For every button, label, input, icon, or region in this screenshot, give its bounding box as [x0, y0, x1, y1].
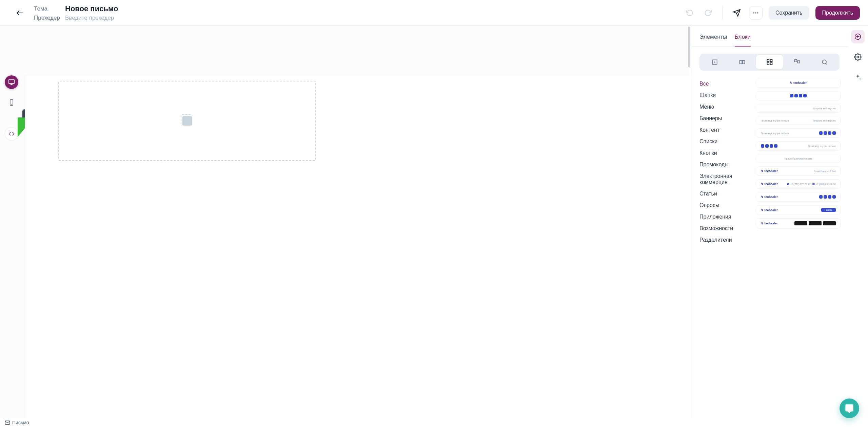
svg-rect-22: [797, 61, 800, 63]
category-item[interactable]: Все: [699, 78, 750, 90]
layout-grid-icon: [766, 59, 773, 66]
thumb-store-badges: [794, 221, 836, 225]
canvas-stage[interactable]: [25, 75, 691, 418]
category-item[interactable]: Баннеры: [699, 113, 750, 124]
canvas-scrollbar[interactable]: [688, 26, 690, 67]
thumb-text: Промокод внутри письма: [808, 145, 836, 147]
send-button[interactable]: [731, 7, 743, 19]
block-thumb[interactable]: ↯ techsaler: [756, 192, 841, 202]
more-button[interactable]: [749, 6, 763, 20]
block-thumb[interactable]: Открыть веб-версию: [756, 104, 841, 113]
code-view-button[interactable]: [5, 127, 18, 141]
category-list: Все Шапки Меню Баннеры Контент Списки Кн…: [699, 78, 750, 418]
header: Тема Новое письмо Прехедер Введите прехе…: [0, 0, 868, 26]
undo-button[interactable]: [684, 7, 696, 19]
dropzone[interactable]: [58, 81, 316, 161]
block-thumb[interactable]: ↯ techsaler Начать: [756, 205, 841, 215]
block-thumb[interactable]: Промокод внутри письма: [756, 141, 841, 151]
layout-2-icon: [739, 59, 746, 66]
category-item[interactable]: Приложения: [699, 211, 750, 223]
block-thumb[interactable]: ↯ techsaler: [756, 218, 841, 228]
svg-point-28: [857, 56, 859, 58]
category-item[interactable]: Контент: [699, 124, 750, 136]
arrow-left-icon: [16, 9, 24, 17]
device-toolbar: [5, 75, 18, 141]
block-thumb[interactable]: Промокод внутри письма Открыть веб-верси…: [756, 116, 841, 125]
filter-2-col[interactable]: [728, 55, 756, 69]
preheader-label: Прехедер: [34, 15, 60, 21]
svg-rect-6: [9, 80, 15, 84]
thumb-logo: ↯ techsaler: [761, 169, 778, 173]
block-thumb[interactable]: ↯ techsaler Ваши бонусы: 2 344: [756, 166, 841, 176]
subject-row[interactable]: Тема Новое письмо: [34, 4, 684, 13]
continue-button[interactable]: Продолжить: [815, 6, 860, 20]
thumb-cta: Начать: [821, 208, 836, 212]
svg-point-5: [757, 12, 758, 13]
thumb-social-icons: [790, 94, 807, 97]
tab-elements[interactable]: Элементы: [699, 34, 727, 47]
monitor-icon: [8, 79, 15, 86]
filter-search[interactable]: [811, 55, 838, 69]
svg-rect-15: [739, 60, 742, 64]
dropzone-placeholder-icon: [182, 116, 192, 126]
thumb-social-icons: [819, 131, 836, 135]
add-block-button[interactable]: [851, 30, 865, 43]
thumb-logo: ↯ techsaler: [761, 182, 778, 186]
block-thumb[interactable]: ↯ techsaler: [756, 78, 841, 88]
block-thumb[interactable]: Промокод внутри письма: [756, 128, 841, 138]
save-button[interactable]: Сохранить: [769, 6, 809, 20]
preheader-placeholder: Введите прехедер: [65, 15, 114, 21]
panel-body: Все Шапки Меню Баннеры Контент Списки Кн…: [691, 78, 848, 418]
thumb-text: Промокод внутри письма: [761, 119, 789, 122]
thumb-text: Промокод внутри письма: [761, 132, 789, 134]
filter-1-col[interactable]: [701, 55, 728, 69]
thumb-logo: ↯ techsaler: [761, 208, 778, 212]
svg-rect-16: [742, 60, 745, 64]
svg-point-14: [714, 62, 715, 62]
category-item[interactable]: Статьи: [699, 188, 750, 200]
thumb-social-icons: [819, 195, 836, 199]
svg-rect-18: [770, 60, 772, 62]
category-item[interactable]: Разделители: [699, 234, 750, 246]
block-thumb[interactable]: Промокод внутри письма: [756, 154, 841, 163]
thumb-logo: ↯ techsaler: [761, 195, 778, 199]
ai-button[interactable]: [851, 71, 865, 84]
redo-button[interactable]: [702, 7, 714, 19]
category-item[interactable]: Меню: [699, 101, 750, 113]
thumb-text: Ваши бонусы: 2 344: [814, 170, 836, 172]
filter-asym[interactable]: [783, 55, 811, 69]
block-thumbnails[interactable]: ↯ techsaler Открыть веб-версию Промокод …: [756, 78, 843, 418]
chat-button[interactable]: [840, 398, 859, 418]
block-thumb[interactable]: [756, 91, 841, 100]
back-button[interactable]: [14, 7, 26, 19]
preheader-row[interactable]: Прехедер Введите прехедер: [34, 15, 684, 21]
category-item[interactable]: Возможности: [699, 223, 750, 234]
tab-blocks[interactable]: Блоки: [735, 34, 751, 47]
panel-tabs: Элементы Блоки: [691, 26, 848, 47]
redo-icon: [704, 9, 712, 17]
svg-rect-17: [767, 60, 769, 62]
search-icon: [821, 59, 828, 66]
category-item[interactable]: Кнопки: [699, 147, 750, 159]
mobile-view-button[interactable]: [5, 96, 18, 109]
category-item[interactable]: Опросы: [699, 200, 750, 211]
right-rail: [848, 26, 868, 418]
category-item[interactable]: Списки: [699, 136, 750, 147]
subject-block: Тема Новое письмо Прехедер Введите прехе…: [34, 4, 684, 21]
plus-circle-icon: [854, 33, 862, 40]
category-item[interactable]: Шапки: [699, 90, 750, 101]
category-item[interactable]: Промокоды: [699, 159, 750, 170]
category-item[interactable]: Электронная коммерция: [699, 170, 750, 188]
main-row: Режим кода Элементы Блоки: [0, 26, 868, 418]
svg-point-3: [753, 12, 754, 13]
thumb-text: Открыть веб-версию: [813, 119, 836, 122]
layout-asym-icon: [794, 59, 801, 66]
dots-icon: [752, 10, 759, 16]
svg-line-24: [826, 63, 827, 65]
block-thumb[interactable]: ↯ techsaler ☎ +7 (777) 777 77 77 ☎ +7 (8…: [756, 179, 841, 189]
settings-button[interactable]: [851, 50, 865, 64]
svg-rect-20: [770, 63, 772, 65]
filter-grid[interactable]: [756, 55, 783, 69]
smartphone-icon: [8, 99, 15, 106]
desktop-view-button[interactable]: [5, 75, 18, 89]
